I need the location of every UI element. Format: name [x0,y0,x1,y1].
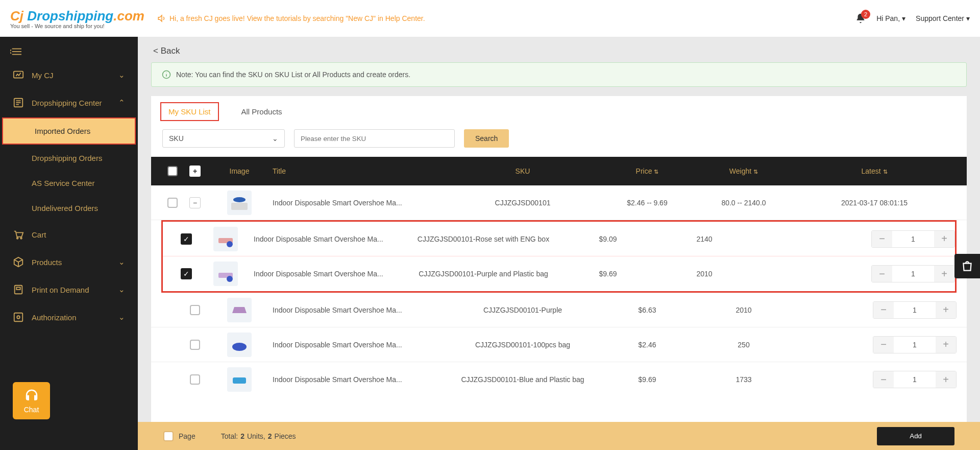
row-checkbox[interactable]: ✓ [181,268,192,279]
select-value: SKU [169,134,184,143]
footer-units-label: Units, [247,432,265,440]
qty-plus[interactable]: + [934,231,954,247]
nav-label: Authorization [32,313,77,322]
nav-cart[interactable]: Cart [0,221,138,248]
table-row: ✓ Indoor Disposable Smart Overshoe Ma...… [163,256,955,291]
expand-all[interactable]: + [189,165,201,177]
print-icon [13,284,24,295]
row-title: Indoor Disposable Smart Overshoe Ma... [254,235,407,243]
product-thumb [213,227,238,251]
col-weight[interactable]: Weight⇅ [695,167,792,175]
row-checkbox[interactable] [167,198,178,208]
row-title: Indoor Disposable Smart Overshoe Ma... [273,306,446,314]
qty-value: 1 [894,341,936,349]
col-latest[interactable]: Latest⇅ [792,167,957,175]
col-image: Image [206,167,273,175]
sku-type-select[interactable]: SKU ⌄ [162,129,285,148]
tab-all-products[interactable]: All Products [234,103,289,120]
nav-print-on-demand[interactable]: Print on Demand ⌄ [0,276,138,303]
qty-stepper[interactable]: −1+ [873,301,957,319]
svg-rect-18 [231,203,248,210]
qty-plus[interactable]: + [934,266,954,282]
sku-search-input[interactable] [294,129,455,148]
main-content: < Back Note: You can find the SKU on SKU… [138,37,980,450]
row-title: Indoor Disposable Smart Overshoe Ma... [273,375,446,384]
headset-icon [24,388,39,404]
back-link[interactable]: < Back [138,37,980,62]
table-row: ✓ Indoor Disposable Smart Overshoe Ma...… [163,222,955,256]
chevron-down-icon: ⌄ [272,134,278,143]
nav-label: My CJ [32,71,54,80]
tab-my-sku-list[interactable]: My SKU List [160,102,219,121]
row-price: $9.69 [560,270,656,278]
row-sku: CJJZGJSD00101-Rose set with ENG box [407,235,560,243]
sidebar-collapse[interactable] [0,47,138,61]
qty-plus[interactable]: + [936,337,956,353]
qty-value: 1 [892,235,934,243]
qty-stepper[interactable]: −1+ [873,371,957,388]
row-weight: 1733 [695,375,792,384]
row-weight: 2140 [656,235,753,243]
footer-pieces-label: Pieces [275,432,296,440]
sidebar: My CJ ⌄ Dropshipping Center ⌃ Imported O… [0,37,138,450]
qty-minus[interactable]: − [872,231,892,247]
svg-point-23 [227,276,233,282]
row-sku: CJJZGJSD00101-Purple [446,306,599,314]
qty-stepper[interactable]: −1+ [871,230,955,248]
qty-minus[interactable]: − [873,337,894,353]
qty-stepper[interactable]: −1+ [871,265,955,282]
logo[interactable]: Cj Dropshipping.com You sell - We source… [10,8,144,29]
user-menu[interactable]: Hi Pan, ▾ [876,14,905,22]
chat-label: Chat [24,406,39,414]
svg-point-21 [227,241,233,247]
qty-minus[interactable]: − [873,371,894,388]
notification-bell[interactable]: 2 [855,13,866,24]
chat-button[interactable]: Chat [13,382,50,419]
col-price[interactable]: Price⇅ [599,167,695,175]
nav-as-service-center[interactable]: AS Service Center [0,171,138,196]
nav-label: Products [32,258,62,267]
qty-plus[interactable]: + [936,371,956,388]
list-icon [13,97,24,108]
row-latest: 2021-03-17 08:01:15 [792,199,957,207]
product-thumb [213,262,238,286]
qty-minus[interactable]: − [872,266,892,282]
support-label: Support Center [916,14,964,22]
chevron-down-icon: ⌄ [118,285,125,294]
dashboard-icon [13,69,24,81]
add-button[interactable]: Add [877,427,954,445]
collapse-row[interactable]: − [189,197,201,208]
footer-page-checkbox[interactable] [163,431,174,441]
nav-products[interactable]: Products ⌄ [0,248,138,276]
floating-cart-tab[interactable] [954,254,980,278]
table-header: + Image Title SKU Price⇅ Weight⇅ Latest⇅ [151,157,967,185]
qty-stepper[interactable]: −1+ [873,336,957,353]
support-menu[interactable]: Support Center ▾ [916,14,970,22]
row-sku: CJJZGJSD00101-Purple and Plastic bag [407,270,560,278]
nav-my-cj[interactable]: My CJ ⌄ [0,61,138,89]
row-checkbox[interactable] [190,340,200,350]
select-all-checkbox[interactable] [167,166,178,176]
row-price: $9.09 [560,235,656,243]
nav-authorization[interactable]: Authorization ⌄ [0,303,138,331]
nav-dropshipping-orders[interactable]: Dropshipping Orders [0,146,138,171]
footer-total-label: Total: [221,432,238,440]
qty-plus[interactable]: + [936,302,956,318]
row-sku: CJJZGJSD00101-Blue and Plastic bag [446,375,599,384]
chevron-down-icon: ⌄ [118,70,125,80]
row-checkbox[interactable] [190,305,200,315]
qty-minus[interactable]: − [873,302,894,318]
search-button[interactable]: Search [464,129,509,148]
nav-label: Cart [32,230,46,239]
svg-point-14 [17,316,20,319]
row-price: $9.69 [599,375,695,384]
nav-dropshipping-center[interactable]: Dropshipping Center ⌃ [0,89,138,116]
caret-down-icon: ▾ [966,14,970,22]
row-checkbox[interactable] [190,374,200,385]
row-price: $2.46 [599,341,695,349]
nav-imported-orders[interactable]: Imported Orders [2,117,136,145]
nav-undelivered-orders[interactable]: Undelivered Orders [0,196,138,221]
row-checkbox[interactable]: ✓ [181,233,192,245]
qty-value: 1 [894,306,936,314]
footer-units-count: 2 [240,432,244,440]
